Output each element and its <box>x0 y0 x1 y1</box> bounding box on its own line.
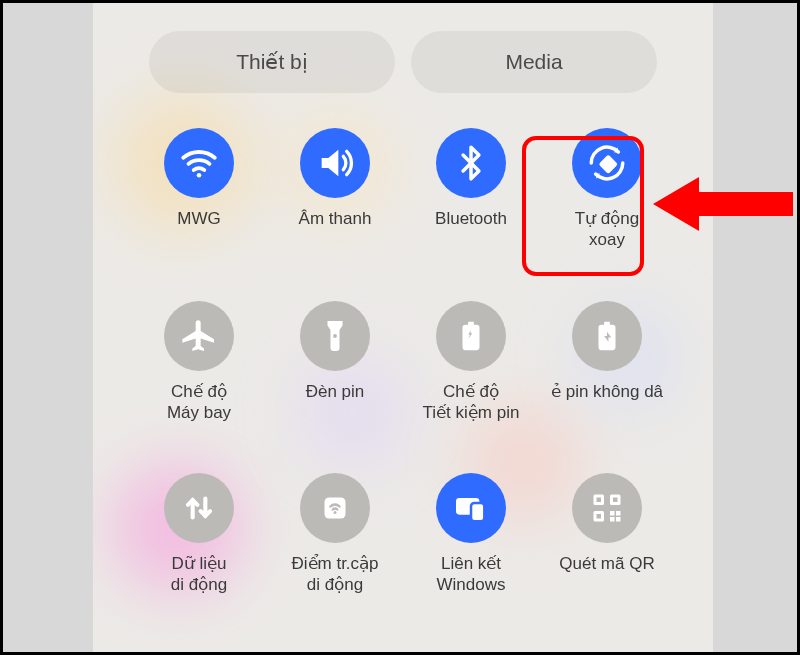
svg-rect-1 <box>598 154 618 174</box>
tile-mobile-hotspot[interactable]: Điểm tr.cập di động <box>267 473 403 596</box>
tile-label: Bluetooth <box>435 208 507 229</box>
tile-label: Âm thanh <box>299 208 372 229</box>
bluetooth-icon <box>436 128 506 198</box>
qr-icon <box>572 473 642 543</box>
tile-label: MWG <box>177 208 220 229</box>
flashlight-icon <box>300 301 370 371</box>
quick-settings-grid: MWG Âm thanh <box>131 128 675 596</box>
tile-scan-qr[interactable]: Quét mã QR <box>539 473 675 596</box>
hotspot-icon <box>300 473 370 543</box>
tile-bluetooth[interactable]: Bluetooth <box>403 128 539 251</box>
tile-link-to-windows[interactable]: Liên kết Windows <box>403 473 539 596</box>
tile-label: Chế độ Máy bay <box>167 381 231 424</box>
svg-rect-12 <box>597 514 602 519</box>
tile-wifi[interactable]: MWG <box>131 128 267 251</box>
airplane-icon <box>164 301 234 371</box>
screenshot-frame: Thiết bị Media MWG <box>0 0 800 655</box>
svg-rect-6 <box>471 503 484 521</box>
tab-media[interactable]: Media <box>411 31 657 93</box>
tile-label: Chế độ Tiết kiệm pin <box>423 381 520 424</box>
wifi-icon <box>164 128 234 198</box>
tile-mobile-data[interactable]: Dữ liệu di động <box>131 473 267 596</box>
tile-label: Quét mã QR <box>559 553 654 574</box>
svg-rect-10 <box>613 498 618 503</box>
tile-label: ẻ pin không dâ <box>551 381 663 402</box>
svg-rect-13 <box>610 511 615 516</box>
svg-point-4 <box>334 511 337 514</box>
svg-point-0 <box>197 173 202 178</box>
battery-recycle-icon <box>436 301 506 371</box>
phone-screen: Thiết bị Media MWG <box>93 3 713 652</box>
svg-rect-14 <box>616 511 621 516</box>
link-windows-icon <box>436 473 506 543</box>
tile-label: Đèn pin <box>306 381 365 402</box>
tile-auto-rotate[interactable]: Tự động xoay <box>539 128 675 251</box>
tab-devices[interactable]: Thiết bị <box>149 31 395 93</box>
svg-rect-8 <box>597 498 602 503</box>
tile-sound[interactable]: Âm thanh <box>267 128 403 251</box>
tile-airplane-mode[interactable]: Chế độ Máy bay <box>131 301 267 424</box>
auto-rotate-icon <box>572 128 642 198</box>
tile-wireless-power-share[interactable]: ẻ pin không dâ <box>539 301 675 424</box>
tile-label: Dữ liệu di động <box>171 553 227 596</box>
tile-power-saving[interactable]: Chế độ Tiết kiệm pin <box>403 301 539 424</box>
tile-label: Tự động xoay <box>575 208 639 251</box>
tile-flashlight[interactable]: Đèn pin <box>267 301 403 424</box>
svg-rect-15 <box>610 517 615 522</box>
svg-rect-16 <box>616 517 621 522</box>
quick-settings-panel: Thiết bị Media MWG <box>93 3 713 652</box>
mobile-data-icon <box>164 473 234 543</box>
battery-share-icon <box>572 301 642 371</box>
tile-label: Liên kết Windows <box>437 553 506 596</box>
volume-icon <box>300 128 370 198</box>
tile-label: Điểm tr.cập di động <box>291 553 378 596</box>
svg-point-2 <box>333 334 337 338</box>
